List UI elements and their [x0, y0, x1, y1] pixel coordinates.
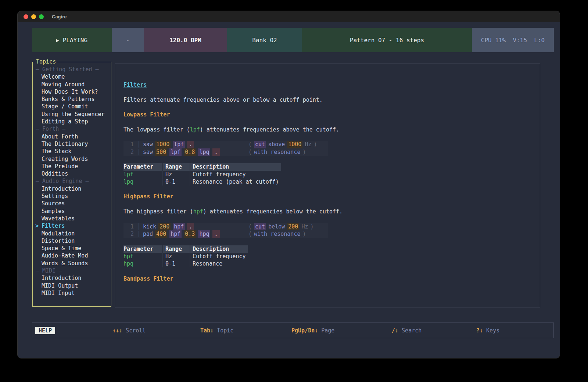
- sidebar-item[interactable]: Stage / Commit: [33, 103, 111, 110]
- sidebar-item-label: – Getting Started –: [36, 66, 99, 73]
- shortcut-key: ?:: [476, 327, 483, 334]
- sidebar-item-label: Introduction: [42, 185, 81, 192]
- cpu-voices-indicator: CPU 11% V:15 L:0: [472, 28, 554, 52]
- footer-shortcut[interactable]: ↑↓: Scroll: [112, 327, 146, 334]
- sidebar-item[interactable]: – MIDI –: [33, 267, 111, 274]
- bank-indicator[interactable]: Bank 02: [227, 28, 302, 52]
- highpass-param-table: Parameter Range Description hpf Hz Cutof…: [123, 245, 248, 268]
- help-content: Filters Filters attenuate frequencies ab…: [115, 64, 540, 282]
- code-comment: (cutabove1000Hz): [248, 141, 317, 148]
- sidebar-item[interactable]: Introduction: [33, 274, 111, 282]
- sidebar-item[interactable]: Settings: [33, 192, 111, 200]
- sidebar-item[interactable]: – Getting Started –: [33, 66, 111, 73]
- topics-panel-title: Topics: [35, 58, 57, 65]
- sidebar-item[interactable]: The Prelude: [33, 163, 111, 170]
- sidebar-item[interactable]: Banks & Patterns: [33, 96, 111, 103]
- code-comment: (cutbelow200Hz): [248, 223, 313, 230]
- footer-shortcut[interactable]: PgUp/Dn: Page: [291, 327, 334, 334]
- sidebar-item-label: MIDI Input: [42, 290, 75, 296]
- sidebar-item[interactable]: – Forth –: [33, 125, 111, 133]
- sidebar-item[interactable]: >Filters: [33, 222, 111, 230]
- sidebar-item-label: Wavetables: [42, 215, 75, 222]
- line-number: 2: [123, 148, 134, 156]
- sidebar-item-label: The Dictionary: [42, 141, 88, 147]
- sidebar-item-label: The Stack: [42, 148, 71, 155]
- shortcut-label: Keys: [483, 327, 499, 334]
- footer-shortcut[interactable]: ?: Keys: [476, 327, 499, 334]
- table-header-row: Parameter Range Description: [123, 163, 281, 170]
- gutter-divider: │: [137, 223, 140, 230]
- sidebar-item-label: – Audio Engine –: [36, 178, 89, 184]
- intro-paragraph: Filters attenuate frequencies above or b…: [123, 96, 540, 104]
- sidebar-item[interactable]: MIDI Input: [33, 289, 111, 297]
- comment-token: ): [302, 230, 306, 238]
- sidebar-item[interactable]: Modulation: [33, 230, 111, 237]
- code-token: lpq: [198, 148, 210, 156]
- sidebar-item-label: Creating Words: [42, 156, 88, 162]
- playing-label: PLAYING: [63, 37, 87, 44]
- column-header: Parameter: [123, 245, 162, 253]
- shortcut-key: ↑↓:: [112, 327, 122, 334]
- sidebar-item[interactable]: Moving Around: [33, 81, 111, 88]
- sidebar-item[interactable]: About Forth: [33, 133, 111, 140]
- table-row: hpf Hz Cutoff frequency: [123, 253, 248, 260]
- highpass-description: The highpass filter (hpf) attenuates fre…: [123, 208, 540, 215]
- table-row: hpq 0-1 Resonance: [123, 260, 248, 267]
- sidebar-item[interactable]: Wavetables: [33, 215, 111, 222]
- sidebar-item[interactable]: Introduction: [33, 185, 111, 192]
- sidebar-item[interactable]: Samples: [33, 208, 111, 215]
- code-comment: (with resonance): [248, 148, 306, 156]
- column-header: Range: [162, 245, 190, 253]
- comment-token: with resonance: [254, 148, 300, 156]
- sidebar-item[interactable]: The Dictionary: [33, 140, 111, 148]
- close-button-icon[interactable]: [24, 14, 28, 19]
- column-header: Range: [162, 163, 190, 170]
- sidebar-item[interactable]: Using the Sequencer: [33, 111, 111, 118]
- sidebar-item-label: Words & Sounds: [42, 260, 88, 267]
- code-token: 0.3: [184, 230, 196, 238]
- footer-shortcut[interactable]: Tab: Topic: [200, 327, 233, 334]
- topics-list: – Getting Started – Welcome Moving Aroun…: [33, 62, 111, 297]
- sidebar-item[interactable]: How Does It Work?: [33, 88, 111, 96]
- sidebar-item[interactable]: Sources: [33, 200, 111, 207]
- sidebar-item[interactable]: The Stack: [33, 148, 111, 155]
- sidebar-item[interactable]: Welcome: [33, 73, 111, 80]
- sidebar-item-label: Filters: [42, 223, 65, 229]
- code-line: 1 │ saw1000lpf. (cutabove1000Hz): [123, 141, 328, 148]
- comment-token: (: [248, 141, 252, 148]
- sidebar-item-label: – Forth –: [36, 126, 65, 132]
- selected-arrow-icon: >: [35, 222, 39, 230]
- lpf-keyword: lpf: [190, 126, 200, 133]
- sidebar-item[interactable]: Editing a Step: [33, 118, 111, 125]
- comment-token: (: [248, 230, 252, 238]
- sidebar-item-label: Distortion: [42, 238, 75, 244]
- window-title: Cagire: [52, 14, 67, 19]
- line-number: 1: [123, 223, 134, 230]
- sidebar-item[interactable]: Audio-Rate Mod: [33, 252, 111, 259]
- sidebar-item-label: Sources: [42, 200, 65, 207]
- code-token: kick: [143, 223, 156, 230]
- comment-token: cut: [254, 223, 266, 230]
- sidebar-item[interactable]: – Audio Engine –: [33, 177, 111, 185]
- comment-token: 200: [287, 223, 299, 230]
- pattern-indicator[interactable]: Pattern 07 - 16 steps: [302, 28, 472, 52]
- transport-status[interactable]: ▶PLAYING: [32, 28, 112, 52]
- sidebar-item[interactable]: MIDI Output: [33, 282, 111, 289]
- sidebar-item[interactable]: Words & Sounds: [33, 260, 111, 267]
- lowpass-param-table: Parameter Range Description lpf Hz Cutof…: [123, 163, 281, 185]
- sidebar-item-label: How Does It Work?: [42, 89, 98, 95]
- sidebar-item[interactable]: Oddities: [33, 170, 111, 177]
- sidebar-item[interactable]: Creating Words: [33, 155, 111, 163]
- lowpass-code-block: 1 │ saw1000lpf. (cutabove1000Hz) 2 │ saw…: [123, 141, 328, 156]
- code-token: saw: [143, 141, 153, 148]
- column-header: Description: [190, 163, 281, 170]
- help-content-panel[interactable]: Filters Filters attenuate frequencies ab…: [115, 64, 540, 307]
- comment-token: Hz: [305, 141, 311, 148]
- bpm-indicator[interactable]: 120.0 BPM: [144, 28, 227, 52]
- sidebar-item[interactable]: Space & Time: [33, 245, 111, 252]
- maximize-button-icon[interactable]: [39, 14, 44, 19]
- footer-shortcut[interactable]: /: Search: [392, 327, 422, 334]
- status-spacer: -: [112, 28, 144, 52]
- sidebar-item[interactable]: Distortion: [33, 237, 111, 245]
- minimize-button-icon[interactable]: [31, 14, 36, 19]
